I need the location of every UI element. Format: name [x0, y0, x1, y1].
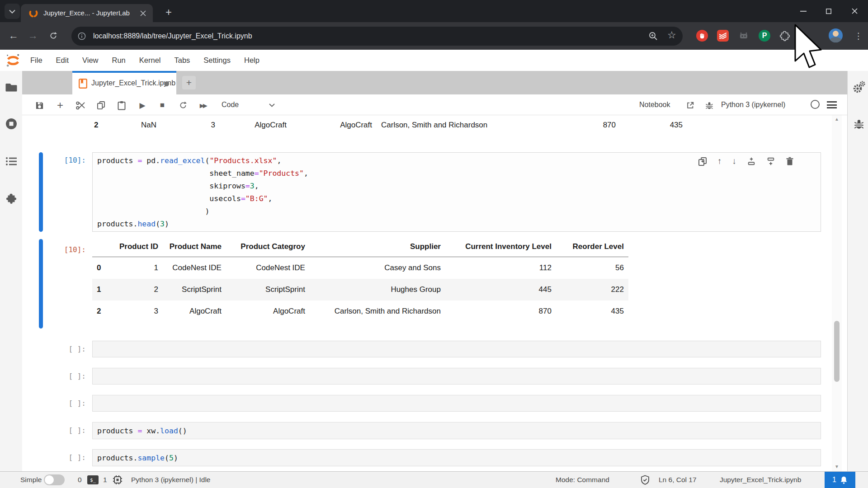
- forward-button[interactable]: →: [25, 28, 41, 43]
- statusbar-filename[interactable]: Jupyter_Excel_Trick.ipynb: [720, 472, 801, 488]
- cell-type-chevron-icon[interactable]: [266, 100, 277, 111]
- site-info-icon[interactable]: [78, 32, 86, 40]
- kernel-status-circle[interactable]: [811, 100, 820, 109]
- kernel-count[interactable]: 1: [103, 472, 107, 488]
- code-line: skiprows=3,: [97, 180, 816, 192]
- paste-cells-button[interactable]: [116, 100, 127, 111]
- kernel-status-text[interactable]: Python 3 (ipykernel) | Idle: [131, 472, 210, 488]
- menu-kernel[interactable]: Kernel: [132, 56, 168, 65]
- table-cell: 2: [115, 279, 163, 300]
- restart-kernel-button[interactable]: [178, 100, 189, 111]
- row-index: 2: [94, 119, 98, 131]
- right-sidebar: [847, 71, 868, 471]
- delete-cell-trash-icon[interactable]: [786, 157, 794, 166]
- kernel-chip-icon: [113, 475, 123, 485]
- code-cell-editor[interactable]: products = xw.load(): [92, 422, 821, 439]
- external-link-icon[interactable]: [685, 100, 696, 111]
- window-close-button[interactable]: [841, 0, 868, 22]
- insert-cell-above-icon[interactable]: [747, 157, 756, 166]
- move-cell-down-icon[interactable]: ↓: [732, 156, 737, 166]
- kernel-name-button[interactable]: Python 3 (ipykernel): [721, 94, 785, 115]
- notification-badge[interactable]: 1: [825, 472, 855, 488]
- bookmark-star-icon[interactable]: ☆: [667, 29, 676, 41]
- table-of-contents-icon[interactable]: [5, 155, 18, 168]
- browser-tab[interactable]: Jupyter_Exce... - JupyterLab: [21, 4, 153, 22]
- window-maximize-button[interactable]: [816, 0, 841, 22]
- extension-manager-puzzle-icon[interactable]: [5, 192, 18, 205]
- scroll-up-icon[interactable]: ▲: [832, 117, 842, 122]
- run-cell-button[interactable]: ▶: [137, 100, 148, 111]
- column-header: Current Inventory Level: [445, 236, 556, 257]
- new-launcher-button[interactable]: +: [182, 76, 196, 89]
- menu-settings[interactable]: Settings: [197, 56, 237, 65]
- zoom-icon[interactable]: [648, 31, 658, 41]
- file-browser-folder-icon[interactable]: [5, 81, 18, 94]
- p-extension-icon[interactable]: P: [759, 30, 770, 42]
- window-minimize-button[interactable]: [791, 0, 816, 22]
- notebook-panel-label[interactable]: Notebook: [639, 94, 670, 115]
- notebook-dock-tab[interactable]: Jupyter_Excel_Trick.ipynb: [72, 71, 176, 94]
- table-cell: 435: [556, 300, 628, 322]
- toolbar-overflow-menu-icon[interactable]: [827, 101, 837, 110]
- notebook-scrollbar[interactable]: ▲ ▼: [832, 115, 842, 471]
- dock-tab-strip: Jupyter_Excel_Trick.ipynb +: [22, 71, 847, 94]
- table-row: 01CodeNest IDECodeNest IDECasey and Sons…: [92, 257, 628, 279]
- menu-file[interactable]: File: [24, 56, 49, 65]
- notebook-content[interactable]: 2 NaN 3 AlgoCraft AlgoCraft Carlson, Smi…: [22, 115, 832, 471]
- debugger-bug-icon[interactable]: [853, 117, 865, 130]
- menu-run[interactable]: Run: [105, 56, 132, 65]
- input-prompt: [10]:: [47, 154, 86, 167]
- active-cell-output-collapser[interactable]: [39, 239, 43, 328]
- back-button[interactable]: ←: [6, 28, 21, 43]
- property-inspector-gears-icon[interactable]: [853, 81, 865, 94]
- left-sidebar: [0, 71, 23, 471]
- empty-code-cell[interactable]: [92, 395, 821, 412]
- debugger-toggle-bug-icon[interactable]: [704, 100, 715, 111]
- code-line: products = xw.load(): [97, 425, 816, 437]
- running-kernels-icon[interactable]: [5, 117, 18, 130]
- scroll-down-icon[interactable]: ▼: [832, 464, 842, 469]
- jupyterlab-menubar: File Edit View Run Kernel Tabs Settings …: [0, 50, 868, 71]
- code-cell-editor[interactable]: products.sample(5): [92, 449, 821, 466]
- menu-edit[interactable]: Edit: [49, 56, 75, 65]
- reload-button[interactable]: [46, 28, 61, 43]
- cut-cells-button[interactable]: [75, 100, 86, 111]
- cursor-position[interactable]: Ln 6, Col 17: [659, 472, 697, 488]
- command-mode-indicator[interactable]: Mode: Command: [556, 472, 609, 488]
- robot-extension-icon[interactable]: [738, 30, 750, 42]
- insert-cell-button[interactable]: +: [55, 100, 66, 111]
- active-cell-input-collapser[interactable]: [39, 152, 43, 232]
- duplicate-cell-icon[interactable]: [698, 157, 707, 166]
- simple-mode-toggle[interactable]: [44, 474, 65, 485]
- todoist-extension-icon[interactable]: [717, 30, 729, 42]
- move-cell-up-icon[interactable]: ↑: [717, 156, 722, 166]
- adblock-hand-extension-icon[interactable]: [696, 30, 708, 42]
- tab-close-icon[interactable]: [137, 8, 148, 19]
- browser-menu-kebab-icon[interactable]: ⋮: [852, 28, 865, 43]
- copy-cells-button[interactable]: [95, 100, 106, 111]
- extensions-puzzle-icon[interactable]: [779, 30, 790, 41]
- tab-search-button[interactable]: [5, 4, 20, 19]
- menu-tabs[interactable]: Tabs: [167, 56, 197, 65]
- cell-type-dropdown[interactable]: Code: [222, 94, 239, 115]
- menu-view[interactable]: View: [75, 56, 105, 65]
- menu-help[interactable]: Help: [237, 56, 266, 65]
- insert-cell-below-icon[interactable]: [766, 157, 775, 166]
- interrupt-kernel-button[interactable]: ■: [157, 100, 168, 111]
- empty-code-cell[interactable]: [92, 368, 821, 385]
- row-cell: Carlson, Smith and Richardson: [381, 119, 487, 131]
- notification-count: 1: [832, 476, 836, 484]
- trusted-shield-icon[interactable]: [640, 474, 651, 485]
- save-button[interactable]: [34, 100, 45, 111]
- new-tab-button[interactable]: +: [162, 5, 175, 19]
- unsaved-changes-dot[interactable]: [164, 81, 169, 86]
- empty-code-cell[interactable]: [92, 341, 821, 357]
- url-bar[interactable]: localhost:8889/lab/tree/Jupyter_Excel_Tr…: [71, 27, 683, 46]
- dock-tab-title: Jupyter_Excel_Trick.ipynb: [91, 73, 175, 94]
- terminal-count[interactable]: 0: [78, 472, 82, 488]
- toggle-knob: [45, 475, 54, 484]
- scrollbar-thumb[interactable]: [834, 321, 840, 382]
- code-line: usecols="B:G",: [97, 192, 816, 205]
- status-bar: Simple 0 $_ 1 Python 3 (ipykernel) | Idl…: [0, 471, 868, 488]
- restart-run-all-button[interactable]: ▶▶: [198, 100, 208, 111]
